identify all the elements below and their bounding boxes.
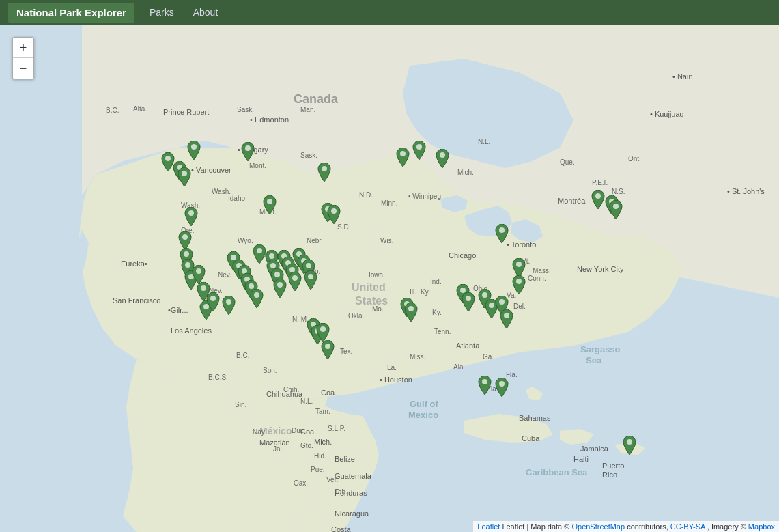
svg-text:La.: La. [387, 364, 397, 372]
map-marker[interactable] [240, 142, 255, 161]
map-marker[interactable] [287, 272, 302, 291]
map-container[interactable]: Canada United States México Gulf of Mexi… [0, 25, 779, 532]
map-marker[interactable] [177, 167, 192, 186]
svg-text:Canada: Canada [294, 92, 339, 106]
svg-text:Sea: Sea [586, 355, 602, 365]
svg-text:P.E.I.: P.E.I. [592, 179, 608, 186]
map-marker[interactable] [412, 141, 427, 160]
svg-text:N.S.: N.S. [612, 188, 625, 195]
svg-point-120 [440, 152, 445, 158]
svg-point-116 [245, 145, 251, 151]
map-marker[interactable] [477, 376, 492, 395]
map-marker[interactable] [315, 323, 330, 342]
map-marker[interactable] [221, 296, 236, 315]
svg-text:Mass.: Mass. [533, 267, 551, 275]
svg-point-167 [499, 227, 505, 233]
svg-text:N.D.: N.D. [359, 191, 373, 199]
svg-point-135 [210, 296, 216, 301]
svg-text:Guatemala: Guatemala [335, 472, 372, 480]
svg-point-127 [188, 210, 194, 216]
svg-point-118 [400, 151, 406, 156]
nav-about[interactable]: About [184, 3, 228, 22]
zoom-in-button[interactable]: + [13, 38, 33, 58]
svg-text:Mo.: Mo. [372, 305, 384, 313]
svg-text:Bahamas: Bahamas [519, 414, 551, 422]
map-marker[interactable] [303, 270, 318, 290]
svg-text:• Houston: • Houston [380, 376, 412, 384]
map-marker[interactable] [499, 309, 514, 328]
svg-point-128 [182, 234, 188, 240]
svg-point-129 [184, 251, 189, 257]
map-marker[interactable] [622, 436, 637, 455]
svg-point-169 [516, 279, 522, 284]
svg-text:Prince Rupert: Prince Rupert [163, 108, 209, 116]
map-marker[interactable] [403, 303, 419, 322]
svg-point-163 [466, 296, 471, 301]
svg-text:Mich.: Mich. [457, 169, 474, 176]
svg-point-130 [185, 262, 190, 268]
svg-text:•Gilr...: •Gilr... [168, 306, 188, 314]
map-marker[interactable] [494, 378, 509, 397]
map-marker[interactable] [608, 200, 623, 219]
svg-text:Conn.: Conn. [528, 275, 546, 282]
map-marker[interactable] [262, 195, 277, 214]
map-marker[interactable] [249, 289, 264, 308]
svg-point-151 [292, 275, 298, 281]
svg-text:Ala.: Ala. [453, 363, 465, 371]
svg-text:B.C.: B.C. [236, 352, 249, 359]
map-marker[interactable] [320, 340, 335, 359]
svg-text:Sargasso: Sargasso [580, 344, 621, 354]
svg-point-142 [254, 292, 259, 298]
svg-text:Costa: Costa [331, 525, 352, 532]
svg-point-126 [613, 204, 619, 209]
mapbox-link[interactable]: Mapbox [748, 522, 775, 531]
map-marker[interactable] [191, 265, 206, 284]
leaflet-link-wrapper: Leaflet Leaflet | Map data © OpenStreetM… [477, 522, 775, 531]
navbar: National Park Explorer Parks About [0, 0, 779, 25]
svg-point-117 [322, 166, 327, 171]
svg-text:San Francisco: San Francisco [113, 296, 160, 305]
map-attribution: Leaflet Leaflet | Map data © OpenStreetM… [473, 521, 779, 532]
map-marker[interactable] [178, 231, 193, 250]
svg-point-112 [165, 156, 171, 161]
map-marker[interactable] [511, 275, 526, 294]
svg-text:• Edmonton: • Edmonton [250, 115, 289, 124]
map-marker[interactable] [395, 148, 410, 167]
map-marker[interactable] [461, 292, 476, 311]
svg-text:Okla.: Okla. [348, 312, 364, 320]
svg-text:S.L.P.: S.L.P. [328, 425, 345, 432]
map-marker[interactable] [494, 224, 509, 243]
svg-text:Eureka•: Eureka• [121, 260, 147, 268]
map-marker[interactable] [326, 205, 341, 224]
osm-link[interactable]: OpenStreetMap [571, 522, 625, 531]
svg-text:Ga.: Ga. [483, 353, 494, 361]
svg-text:Del.: Del. [513, 303, 526, 310]
brand-logo[interactable]: National Park Explorer [8, 3, 134, 23]
map-marker[interactable] [206, 292, 221, 311]
svg-text:Minn.: Minn. [381, 199, 397, 207]
svg-text:• Kuujjuaq: • Kuujjuaq [650, 110, 684, 118]
svg-text:Hid.: Hid. [314, 452, 326, 460]
cc-link[interactable]: CC-BY-SA [670, 522, 705, 531]
leaflet-link[interactable]: Leaflet [477, 522, 500, 531]
svg-text:Caribbean Sea: Caribbean Sea [526, 467, 588, 477]
map-marker[interactable] [186, 141, 201, 160]
map-marker[interactable] [591, 190, 606, 209]
svg-text:Tab.: Tab. [335, 488, 348, 496]
svg-text:Mich.: Mich. [314, 438, 332, 446]
svg-text:Oax.: Oax. [294, 479, 308, 487]
svg-text:Mexico: Mexico [408, 410, 438, 420]
svg-text:Los Angeles: Los Angeles [171, 326, 212, 335]
map-marker[interactable] [317, 163, 332, 182]
svg-point-168 [516, 262, 522, 267]
svg-text:New York City: New York City [577, 265, 624, 273]
svg-point-136 [226, 299, 231, 305]
map-marker[interactable] [184, 207, 199, 226]
svg-text:Mazatlán: Mazatlán [259, 438, 290, 447]
nav-parks[interactable]: Parks [140, 3, 184, 22]
svg-text:Mont.: Mont. [249, 162, 266, 169]
map-marker[interactable] [511, 258, 526, 277]
svg-text:• Winnipeg: • Winnipeg [408, 193, 441, 200]
map-marker[interactable] [435, 149, 450, 168]
zoom-out-button[interactable]: − [13, 58, 33, 79]
